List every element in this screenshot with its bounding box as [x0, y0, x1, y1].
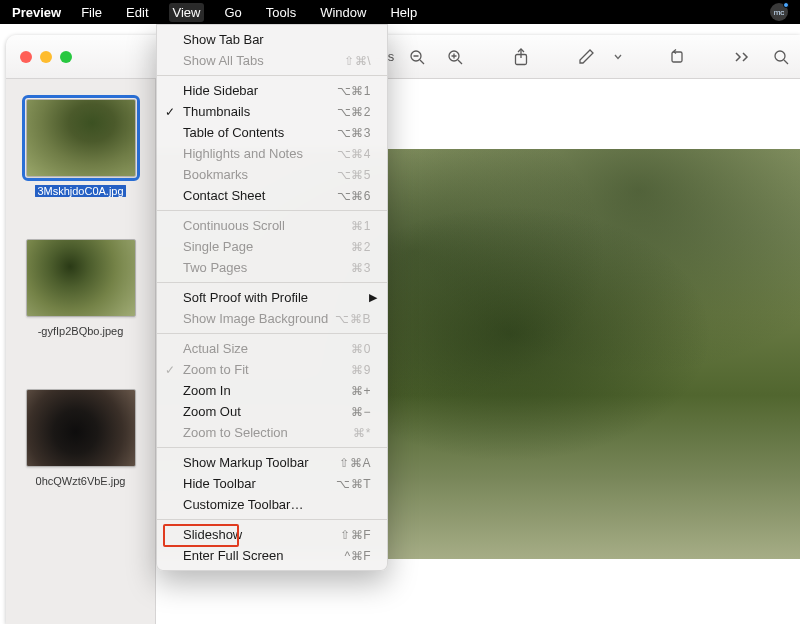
menu-item-zoom-out[interactable]: Zoom Out⌘− [157, 401, 387, 422]
menu-item-shortcut: ⌘* [353, 426, 371, 440]
menu-item-shortcut: ⌘9 [351, 363, 371, 377]
menu-separator [157, 519, 387, 520]
svg-rect-9 [672, 52, 682, 62]
menu-item-shortcut: ⇧⌘\ [344, 54, 371, 68]
menu-edit[interactable]: Edit [122, 3, 152, 22]
menu-file[interactable]: File [77, 3, 106, 22]
menu-item-soft-proof-with-profile[interactable]: Soft Proof with Profile▶ [157, 287, 387, 308]
menu-separator [157, 210, 387, 211]
menu-item-shortcut: ⇧⌘A [339, 456, 371, 470]
menu-help[interactable]: Help [386, 3, 421, 22]
thumbnail-item[interactable]: 3MskhjdoC0A.jpg [21, 99, 141, 197]
menu-item-label: Zoom Out [183, 404, 351, 419]
thumbnails-sidebar[interactable]: 3MskhjdoC0A.jpg -gyfIp2BQbo.jpeg 0hcQWzt… [6, 79, 156, 624]
svg-line-1 [420, 60, 424, 64]
titlebar: ages [6, 35, 800, 79]
menu-item-show-markup-toolbar[interactable]: Show Markup Toolbar⇧⌘A [157, 452, 387, 473]
menu-item-table-of-contents[interactable]: Table of Contents⌥⌘3 [157, 122, 387, 143]
window-zoom-button[interactable] [60, 51, 72, 63]
menu-item-shortcut: ⌘1 [351, 219, 371, 233]
menu-item-shortcut: ⇧⌘F [340, 528, 371, 542]
menu-item-label: Zoom In [183, 383, 351, 398]
overflow-chevrons-icon[interactable] [732, 43, 754, 71]
view-dropdown-menu: Show Tab BarShow All Tabs⇧⌘\Hide Sidebar… [156, 24, 388, 571]
menu-item-label: Two Pages [183, 260, 351, 275]
menu-item-shortcut: ⌥⌘4 [337, 147, 371, 161]
menu-item-highlights-and-notes: Highlights and Notes⌥⌘4 [157, 143, 387, 164]
menu-item-customize-toolbar[interactable]: Customize Toolbar… [157, 494, 387, 515]
menu-item-slideshow[interactable]: Slideshow⇧⌘F [157, 524, 387, 545]
thumbnail-image[interactable] [26, 239, 136, 317]
markup-pen-icon[interactable] [576, 43, 598, 71]
zoom-out-icon[interactable] [406, 43, 428, 71]
menu-item-shortcut: ^⌘F [345, 549, 371, 563]
menu-item-label: Contact Sheet [183, 188, 337, 203]
menu-item-shortcut: ⌥⌘1 [337, 84, 371, 98]
menu-item-bookmarks: Bookmarks⌥⌘5 [157, 164, 387, 185]
menu-item-zoom-to-selection: Zoom to Selection⌘* [157, 422, 387, 443]
window-close-button[interactable] [20, 51, 32, 63]
menu-item-zoom-in[interactable]: Zoom In⌘+ [157, 380, 387, 401]
menu-item-label: Show Tab Bar [183, 32, 371, 47]
svg-point-10 [775, 51, 785, 61]
menu-item-actual-size: Actual Size⌘0 [157, 338, 387, 359]
window-minimize-button[interactable] [40, 51, 52, 63]
menu-item-hide-toolbar[interactable]: Hide Toolbar⌥⌘T [157, 473, 387, 494]
thumbnail-image[interactable] [26, 389, 136, 467]
menu-item-shortcut: ⌘+ [351, 384, 371, 398]
menu-item-label: Show All Tabs [183, 53, 344, 68]
menu-item-label: Bookmarks [183, 167, 337, 182]
thumbnail-item[interactable]: 0hcQWzt6VbE.jpg [21, 389, 141, 487]
menu-item-show-tab-bar[interactable]: Show Tab Bar [157, 29, 387, 50]
menu-item-enter-full-screen[interactable]: Enter Full Screen^⌘F [157, 545, 387, 566]
menu-item-shortcut: ⌥⌘3 [337, 126, 371, 140]
menu-item-two-pages: Two Pages⌘3 [157, 257, 387, 278]
menu-item-label: Hide Toolbar [183, 476, 336, 491]
checkmark-icon: ✓ [165, 105, 175, 119]
menu-item-show-all-tabs: Show All Tabs⇧⌘\ [157, 50, 387, 71]
rotate-icon[interactable] [666, 43, 688, 71]
menu-item-shortcut: ⌥⌘2 [337, 105, 371, 119]
menu-item-label: Customize Toolbar… [183, 497, 371, 512]
menu-separator [157, 447, 387, 448]
search-icon[interactable] [770, 43, 792, 71]
menu-item-shortcut: ⌥⌘T [336, 477, 371, 491]
menu-item-single-page: Single Page⌘2 [157, 236, 387, 257]
menu-item-label: Enter Full Screen [183, 548, 345, 563]
menu-separator [157, 75, 387, 76]
traffic-lights [6, 51, 72, 63]
checkmark-icon: ✓ [165, 363, 175, 377]
menu-item-hide-sidebar[interactable]: Hide Sidebar⌥⌘1 [157, 80, 387, 101]
status-menu-icon[interactable]: mc [770, 3, 788, 21]
thumbnail-caption: -gyfIp2BQbo.jpeg [38, 325, 124, 337]
menu-separator [157, 333, 387, 334]
menu-item-continuous-scroll: Continuous Scroll⌘1 [157, 215, 387, 236]
menu-go[interactable]: Go [220, 3, 245, 22]
menu-item-label: Highlights and Notes [183, 146, 337, 161]
menu-item-label: Soft Proof with Profile [183, 290, 371, 305]
svg-line-11 [784, 60, 788, 64]
menu-item-thumbnails[interactable]: ✓Thumbnails⌥⌘2 [157, 101, 387, 122]
menu-item-shortcut: ⌥⌘6 [337, 189, 371, 203]
menu-item-shortcut: ⌘0 [351, 342, 371, 356]
markup-chevron-down-icon[interactable] [614, 54, 622, 60]
svg-line-4 [458, 60, 462, 64]
thumbnail-item[interactable]: -gyfIp2BQbo.jpeg [21, 239, 141, 337]
menu-item-zoom-to-fit: ✓Zoom to Fit⌘9 [157, 359, 387, 380]
menu-item-label: Single Page [183, 239, 351, 254]
submenu-chevron-icon: ▶ [369, 291, 377, 304]
menu-item-shortcut: ⌘2 [351, 240, 371, 254]
menu-item-shortcut: ⌘− [351, 405, 371, 419]
zoom-in-icon[interactable] [444, 43, 466, 71]
thumbnail-caption: 3MskhjdoC0A.jpg [35, 185, 125, 197]
thumbnail-image[interactable] [26, 99, 136, 177]
menu-window[interactable]: Window [316, 3, 370, 22]
toolbar [406, 43, 792, 71]
thumbnail-caption: 0hcQWzt6VbE.jpg [36, 475, 126, 487]
share-icon[interactable] [510, 43, 532, 71]
menu-view[interactable]: View [169, 3, 205, 22]
menu-item-label: Continuous Scroll [183, 218, 351, 233]
menu-tools[interactable]: Tools [262, 3, 300, 22]
menu-item-contact-sheet[interactable]: Contact Sheet⌥⌘6 [157, 185, 387, 206]
app-name: Preview [12, 5, 61, 20]
